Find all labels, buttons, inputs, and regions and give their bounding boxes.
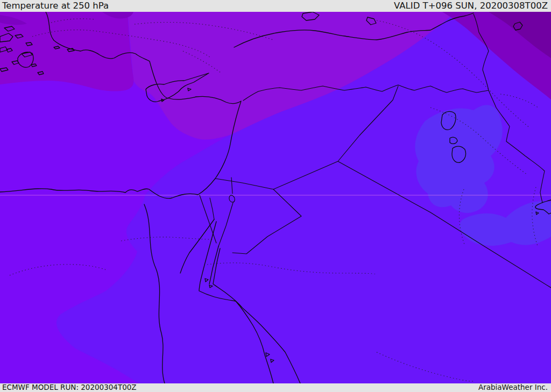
header-bar: Temperature at 250 hPa VALID T+096 SUN, … [0, 0, 551, 12]
model-run-label: ECMWF MODEL RUN: 20200304T00Z [2, 384, 137, 391]
map-canvas [0, 0, 551, 392]
valid-time-label: VALID T+096 SUN, 20200308T00Z [394, 2, 548, 11]
brand-label: ArabiaWeather Inc. [478, 384, 548, 391]
footer-bar: ECMWF MODEL RUN: 20200304T00Z ArabiaWeat… [0, 383, 551, 392]
page-title: Temperature at 250 hPa [2, 2, 109, 11]
weather-map-screen: Temperature at 250 hPa VALID T+096 SUN, … [0, 0, 551, 392]
